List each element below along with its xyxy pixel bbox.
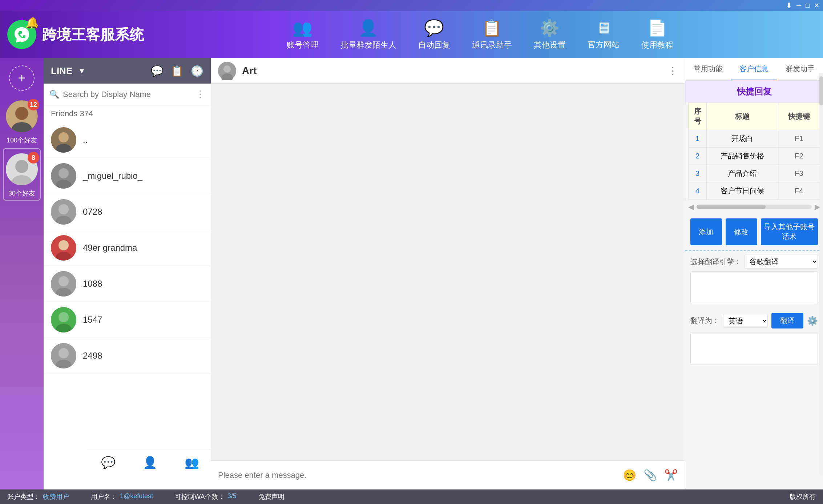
account-2-badge: 8: [28, 152, 39, 164]
username-value: 1@kefutest: [120, 492, 153, 501]
nav-official[interactable]: 🖥 官方网站: [588, 19, 620, 50]
account-1-badge: 12: [28, 99, 39, 110]
friend-name: ..: [83, 135, 88, 145]
chat-nav-icon[interactable]: 💬: [101, 456, 116, 469]
nav-auto-reply[interactable]: 💬 自动回复: [418, 19, 450, 51]
tab-customer[interactable]: 客户信息: [731, 58, 777, 80]
row-title: 客户节日问候: [707, 182, 778, 200]
avatar: [51, 163, 76, 189]
row-shortcut: F4: [778, 182, 820, 200]
tab-common[interactable]: 常用功能: [685, 58, 731, 80]
groups-nav-icon[interactable]: 👥: [185, 456, 199, 469]
svg-point-26: [59, 348, 69, 358]
friends-panel: LINE ▼ 💬 📋 🕐 🔍 ⋮ Friends 374 ..: [44, 58, 211, 489]
chat-more-icon[interactable]: ⋮: [667, 65, 678, 77]
table-row[interactable]: 2 产品销售价格 F2: [689, 148, 820, 165]
username-item: 用户名： 1@kefutest: [91, 492, 153, 501]
svg-point-11: [59, 168, 69, 178]
row-title: 产品销售价格: [707, 148, 778, 165]
scroll-left-icon[interactable]: ◀: [688, 202, 694, 211]
disclaimer-text: 免费声明: [258, 492, 285, 501]
account-2-container: 8 30个好友: [3, 148, 41, 201]
svg-point-23: [59, 312, 69, 322]
friend-item[interactable]: 1088: [44, 266, 211, 302]
table-row[interactable]: 3 产品介绍 F3: [689, 165, 820, 182]
minimize-button[interactable]: ─: [796, 2, 801, 9]
translate-button[interactable]: 翻译: [771, 313, 803, 328]
table-row[interactable]: 1 开场白 F1: [689, 130, 820, 148]
friend-name: 1547: [83, 315, 102, 325]
account-1-item[interactable]: 12: [6, 100, 38, 132]
translate-settings-icon[interactable]: ⚙️: [807, 316, 818, 326]
nav-settings[interactable]: ⚙️ 其他设置: [534, 19, 566, 51]
row-num: 2: [689, 148, 707, 165]
translate-engine-section: 选择翻译引擎： 谷歌翻译: [685, 250, 823, 313]
col-header-num: 序号: [689, 103, 707, 130]
close-button[interactable]: ✕: [814, 1, 819, 9]
list-header-icon[interactable]: 📋: [171, 65, 183, 77]
svg-point-2: [15, 107, 28, 120]
svg-point-29: [223, 65, 231, 73]
friend-item[interactable]: 1547: [44, 302, 211, 338]
friend-name: 49er grandma: [83, 243, 137, 253]
more-options-icon[interactable]: ⋮: [195, 89, 205, 100]
account-2-label: 30个好友: [8, 189, 35, 198]
friend-item[interactable]: ..: [44, 122, 211, 158]
logo-icon: 🔔: [7, 20, 36, 49]
logo-area: 🔔 跨境王客服系统: [7, 20, 144, 49]
friends-panel-header: LINE ▼ 💬 📋 🕐: [44, 58, 211, 84]
tab-group-send[interactable]: 群发助手: [777, 58, 823, 80]
message-input[interactable]: [218, 471, 617, 480]
nav-tutorial-label: 使用教程: [641, 40, 673, 51]
import-reply-button[interactable]: 导入其他子账号话术: [761, 218, 818, 245]
svg-point-5: [15, 160, 28, 173]
add-reply-button[interactable]: 添加: [690, 218, 722, 245]
add-account-button[interactable]: +: [9, 65, 35, 91]
friend-item[interactable]: _miguel_rubio_: [44, 158, 211, 194]
friend-item[interactable]: 0728: [44, 194, 211, 230]
username-label: 用户名：: [91, 492, 117, 501]
wa-count-value: 3/5: [227, 492, 237, 501]
dropdown-arrow-icon[interactable]: ▼: [78, 67, 85, 75]
nav-settings-label: 其他设置: [534, 40, 566, 51]
row-num: 3: [689, 165, 707, 182]
quick-reply-title: 快捷回复: [685, 81, 823, 102]
svg-point-8: [59, 132, 69, 142]
nav-contacts[interactable]: 📋 通讯录助手: [472, 19, 512, 51]
edit-reply-button[interactable]: 修改: [726, 218, 757, 245]
translate-source-input[interactable]: [690, 271, 818, 304]
table-row[interactable]: 4 客户节日问候 F4: [689, 182, 820, 200]
statusbar: 账户类型： 收费用户 用户名： 1@kefutest 可控制WA个数： 3/5 …: [0, 489, 823, 504]
account-2-item[interactable]: 8: [6, 153, 38, 185]
friend-name: 2498: [83, 351, 102, 361]
translate-lang-select[interactable]: 英语: [723, 314, 768, 328]
search-input[interactable]: [63, 90, 192, 99]
wa-count-item: 可控制WA个数： 3/5: [175, 492, 236, 501]
clock-header-icon[interactable]: 🕐: [191, 65, 203, 77]
attachment-icon[interactable]: 📎: [644, 469, 657, 481]
contacts-nav-icon[interactable]: 👤: [143, 456, 157, 469]
version-item: 版权所有: [790, 492, 816, 501]
nav-account-icon: 👥: [293, 19, 312, 37]
nav-account[interactable]: 👥 账号管理: [287, 19, 319, 51]
account-type-value: 收费用户: [43, 492, 69, 501]
svg-point-17: [59, 240, 69, 250]
avatar: [51, 199, 76, 225]
nav-tutorial[interactable]: 📄 使用教程: [641, 19, 673, 51]
download-icon: ⬇: [786, 1, 792, 10]
nav-account-label: 账号管理: [287, 40, 319, 51]
account-1-container: 12 100个好友: [6, 98, 38, 145]
maximize-button[interactable]: □: [806, 2, 810, 9]
search-icon: 🔍: [49, 90, 59, 99]
nav-batch[interactable]: 👤 批量群发陌生人: [340, 19, 396, 51]
friend-item[interactable]: 2498: [44, 338, 211, 374]
chat-header-icon[interactable]: 💬: [151, 65, 164, 77]
right-panel-tabs: 常用功能 客户信息 群发助手: [685, 58, 823, 81]
friend-item[interactable]: 49er grandma: [44, 230, 211, 266]
version-text: 版权所有: [790, 492, 816, 501]
crop-icon[interactable]: ✂️: [664, 469, 678, 481]
emoji-icon[interactable]: 😊: [623, 469, 636, 481]
col-header-shortcut: 快捷键: [778, 103, 820, 130]
translate-engine-select[interactable]: 谷歌翻译: [744, 255, 818, 269]
translate-bottom-section: 翻译为： 英语 翻译 ⚙️: [685, 313, 823, 370]
